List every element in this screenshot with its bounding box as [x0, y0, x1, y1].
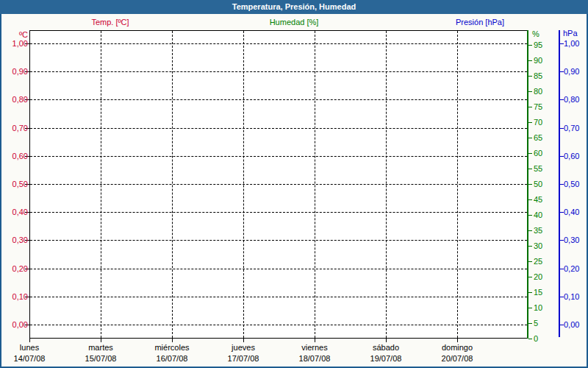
humidity-axis-tick: [528, 277, 532, 277]
humidity-tick-label: 10: [534, 303, 542, 312]
day-date-label: 18/07/08: [282, 354, 348, 364]
h-gridline: [30, 99, 527, 100]
humidity-axis-tick: [528, 122, 532, 123]
humidity-axis-tick: [528, 230, 532, 231]
x-axis-tick: [457, 339, 458, 342]
v-gridline: [315, 31, 315, 338]
humidity-axis-tick: [528, 339, 532, 339]
humidity-axis-tick: [528, 308, 532, 308]
x-axis-tick: [172, 339, 173, 342]
chart-window: Temperatura, Presión, Humedad Temp. [ºC]…: [0, 0, 588, 368]
humidity-axis-tick: [528, 76, 532, 77]
pressure-tick-label: 0,70: [564, 124, 579, 132]
temperature-tick-label: 1,00: [0, 39, 28, 48]
day-name-label: jueves: [210, 343, 276, 353]
humidity-axis-tick: [528, 292, 532, 293]
humidity-axis-tick: [528, 45, 532, 46]
x-axis-tick: [315, 339, 315, 342]
humidity-tick-label: 70: [534, 118, 542, 127]
window-title: Temperatura, Presión, Humedad: [0, 0, 588, 14]
temperature-tick-label: 0,20: [0, 264, 28, 273]
humidity-tick-label: 65: [534, 133, 542, 142]
pressure-tick-label: 0,60: [564, 152, 579, 160]
temperature-tick-label: 0,70: [0, 124, 28, 132]
plot-top-border: [29, 30, 528, 31]
pressure-tick-label: 0,00: [564, 320, 579, 329]
h-gridline: [30, 212, 527, 213]
humidity-axis-tick: [528, 261, 532, 262]
temperature-tick-label: 0,80: [0, 95, 28, 104]
humidity-tick-label: 5: [534, 319, 538, 328]
day-date-label: 16/07/08: [139, 354, 205, 364]
temperature-tick-label: 0,10: [0, 292, 28, 301]
humidity-axis-tick: [528, 323, 532, 324]
day-name-label: viernes: [282, 343, 348, 353]
pressure-tick-label: 0,20: [564, 264, 579, 273]
pressure-tick-label: 0,80: [564, 95, 579, 104]
humidity-tick-label: 60: [534, 149, 542, 158]
humidity-axis-unit: %: [532, 29, 539, 38]
h-gridline: [30, 297, 527, 297]
pressure-tick-label: 0,50: [564, 180, 579, 188]
v-gridline: [457, 31, 458, 338]
temperature-tick-label: 0,90: [0, 67, 28, 76]
v-gridline: [172, 31, 173, 338]
humidity-tick-label: 20: [534, 272, 542, 281]
v-gridline: [101, 31, 101, 338]
day-date-label: 15/07/08: [68, 354, 134, 364]
h-gridline: [30, 71, 527, 72]
humidity-tick-label: 15: [534, 288, 542, 297]
pressure-tick-label: 1,00: [564, 39, 579, 48]
humidity-tick-label: 85: [534, 71, 542, 80]
humidity-tick-label: 55: [534, 164, 542, 173]
day-name-label: lunes: [0, 343, 62, 353]
h-gridline: [30, 240, 527, 241]
x-axis-tick: [101, 339, 101, 342]
h-gridline: [30, 325, 527, 325]
pressure-tick-label: 0,30: [564, 236, 579, 244]
humidity-tick-label: 45: [534, 195, 542, 204]
day-name-label: miércoles: [139, 343, 205, 353]
day-name-label: martes: [68, 343, 134, 353]
temperature-tick-label: 0,50: [0, 180, 28, 188]
temperature-axis-unit: ºC: [0, 30, 28, 39]
pressure-axis-unit: hPa: [563, 29, 578, 38]
humidity-axis-tick: [528, 153, 532, 154]
day-name-label: sábado: [353, 343, 419, 353]
pressure-tick-label: 0,40: [564, 208, 579, 216]
x-axis-tick: [386, 339, 387, 342]
temperature-tick-label: 0,00: [0, 320, 28, 329]
legend-humidity: Humedad [%]: [246, 18, 342, 27]
humidity-tick-label: 35: [534, 226, 542, 235]
humidity-tick-label: 50: [534, 180, 542, 188]
humidity-tick-label: 25: [534, 257, 542, 266]
day-date-label: 20/07/08: [424, 354, 490, 364]
temperature-tick-label: 0,60: [0, 152, 28, 160]
humidity-tick-label: 0: [534, 334, 538, 343]
legend-pressure: Presión [hPa]: [432, 18, 528, 27]
day-date-label: 14/07/08: [0, 354, 62, 364]
humidity-axis-tick: [528, 91, 532, 92]
humidity-tick-label: 95: [534, 40, 542, 49]
temperature-tick-label: 0,30: [0, 236, 28, 244]
humidity-axis-tick: [528, 246, 532, 247]
x-axis-line: [29, 338, 528, 339]
v-gridline: [386, 31, 387, 338]
v-gridline: [243, 31, 244, 338]
x-axis-tick: [243, 339, 244, 342]
h-gridline: [30, 156, 527, 157]
humidity-axis-tick: [528, 107, 532, 107]
day-date-label: 17/07/08: [210, 354, 276, 364]
humidity-axis-tick: [528, 60, 532, 61]
humidity-tick-label: 80: [534, 87, 542, 96]
humidity-axis-tick: [528, 215, 532, 216]
humidity-tick-label: 75: [534, 102, 542, 111]
h-gridline: [30, 43, 527, 44]
humidity-axis-tick: [528, 199, 532, 200]
humidity-axis-tick: [528, 169, 532, 169]
h-gridline: [30, 184, 527, 185]
day-date-label: 19/07/08: [353, 354, 419, 364]
h-gridline: [30, 269, 527, 269]
h-gridline: [30, 128, 527, 129]
humidity-tick-label: 90: [534, 56, 542, 65]
